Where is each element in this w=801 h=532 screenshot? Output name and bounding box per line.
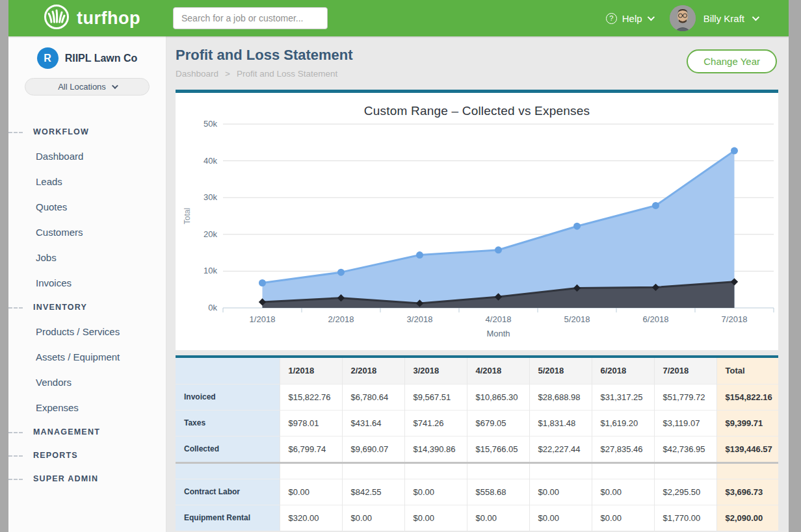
cell-value: $15,766.05: [467, 436, 529, 462]
help-menu[interactable]: ? Help: [606, 13, 653, 24]
cell-value: $22,227.44: [529, 436, 592, 462]
cell-value: $741.26: [404, 410, 467, 436]
cell-value: $9,567.51: [404, 384, 467, 410]
y-tick-label: 50k: [204, 120, 217, 129]
sidebar-item-leads[interactable]: Leads: [8, 169, 166, 194]
y-tick-label: 40k: [204, 156, 217, 166]
cell-value: $6,780.64: [342, 384, 404, 410]
cell-value: $15,822.76: [280, 384, 342, 410]
spacer-cell: [529, 464, 592, 479]
y-tick-label: 20k: [204, 229, 217, 239]
sidebar-nav: WORKFLOWDashboardLeadsQuotesCustomersJob…: [8, 120, 166, 490]
cell-value: $0.00: [404, 479, 467, 505]
spacer-cell: [280, 464, 342, 479]
table-row-contract-labor: Contract Labor$0.00$842.55$0.00$558.68$0…: [176, 479, 778, 505]
help-label: Help: [622, 13, 642, 24]
collected-data-point-marker[interactable]: [416, 251, 423, 259]
row-total: $154,822.16: [716, 384, 778, 410]
table-row-taxes: Taxes$978.01$431.64$741.26$679.05$1,831.…: [176, 410, 778, 436]
cell-value: $0.00: [404, 505, 467, 531]
y-tick-label: 10k: [204, 266, 217, 275]
collected-area: [263, 151, 735, 308]
row-total: $9,399.71: [716, 410, 778, 436]
spacer-cell: [592, 464, 654, 479]
cell-value: $0.00: [342, 505, 404, 531]
company-header[interactable]: R RIIPL Lawn Co: [8, 36, 166, 69]
location-selector[interactable]: All Locations: [25, 78, 150, 95]
collected-data-point-marker[interactable]: [573, 223, 581, 230]
cell-value: $1,831.48: [529, 410, 592, 436]
sidebar-section-management[interactable]: MANAGEMENT: [8, 420, 166, 444]
top-bar: turfhop ? Help: [8, 0, 789, 36]
row-label: Contract Labor: [176, 479, 280, 505]
cell-value: $9,690.07: [342, 436, 404, 462]
collected-data-point-marker[interactable]: [731, 147, 738, 155]
column-header-2-2018: 2/2018: [342, 358, 404, 384]
sidebar-item-invoices[interactable]: Invoices: [8, 270, 166, 296]
table-row-equipment-rental: Equipment Rental$320.00$0.00$0.00$0.00$0…: [176, 505, 778, 531]
chevron-down-icon: [112, 82, 118, 89]
sidebar-section-workflow[interactable]: WORKFLOW: [8, 120, 166, 144]
chart-title: Custom Range – Collected vs Expenses: [176, 93, 778, 118]
spacer-cell: [467, 464, 529, 479]
cell-value: $28,688.98: [529, 384, 592, 410]
sidebar-item-assets-equipment[interactable]: Assets / Equipment: [8, 344, 166, 370]
cell-value: $27,835.46: [592, 436, 654, 462]
left-scrollbar[interactable]: [0, 0, 8, 532]
sidebar-item-vendors[interactable]: Vendors: [8, 370, 166, 395]
sidebar-section-reports[interactable]: REPORTS: [8, 444, 166, 467]
collected-data-point-marker[interactable]: [495, 246, 502, 253]
section-dash-icon: [8, 479, 23, 480]
row-total: $3,696.73: [716, 479, 778, 505]
sidebar-section-super-admin[interactable]: SUPER ADMIN: [8, 467, 166, 490]
cell-value: $3,119.07: [654, 410, 716, 436]
turfhop-grass-icon: [42, 3, 71, 34]
row-label: Invoiced: [176, 384, 280, 410]
sidebar-section-inventory[interactable]: INVENTORY: [8, 296, 166, 319]
spacer-cell: [716, 464, 778, 479]
cell-value: $842.55: [342, 479, 404, 505]
table-row-collected: Collected$6,799.74$9,690.07$14,390.86$15…: [176, 436, 778, 462]
help-icon: ?: [606, 13, 617, 24]
collected-data-point-marker[interactable]: [652, 202, 659, 209]
x-tick-label: 4/2018: [486, 314, 512, 324]
breadcrumb-dashboard[interactable]: Dashboard: [176, 69, 218, 79]
row-label: Equipment Rental: [176, 505, 280, 531]
right-scrollbar[interactable]: [789, 0, 801, 532]
x-tick-label: 1/2018: [250, 314, 276, 324]
cell-value: $0.00: [592, 505, 654, 531]
x-tick-label: 2/2018: [328, 314, 354, 324]
sidebar-item-customers[interactable]: Customers: [8, 220, 166, 245]
cell-value: $431.64: [342, 410, 404, 436]
collected-data-point-marker[interactable]: [259, 279, 266, 286]
cell-value: $558.68: [467, 479, 529, 505]
spacer-cell: [176, 464, 280, 479]
column-header-3-2018: 3/2018: [404, 358, 467, 384]
cell-value: $0.00: [280, 479, 342, 505]
collected-data-point-marker[interactable]: [337, 269, 345, 276]
sidebar-item-dashboard[interactable]: Dashboard: [8, 144, 166, 169]
column-header-6-2018: 6/2018: [592, 358, 654, 384]
change-year-button[interactable]: Change Year: [687, 49, 777, 73]
column-header-1-2018: 1/2018: [280, 358, 342, 384]
column-header-blank: [176, 358, 280, 384]
sidebar-item-expenses[interactable]: Expenses: [8, 395, 166, 420]
y-tick-label: 30k: [204, 192, 217, 202]
column-header-7-2018: 7/2018: [654, 358, 716, 384]
app-logo[interactable]: turfhop: [42, 3, 140, 34]
brand-name: turfhop: [77, 8, 140, 29]
sidebar-item-quotes[interactable]: Quotes: [8, 194, 166, 220]
cell-value: $320.00: [280, 505, 342, 531]
search-input[interactable]: [173, 7, 328, 29]
sidebar-item-jobs[interactable]: Jobs: [8, 245, 166, 270]
row-total: $139,446.57: [716, 436, 778, 462]
section-dash-icon: [8, 432, 23, 433]
cell-value: $10,865.30: [467, 384, 529, 410]
pl-table-card: 1/20182/20183/20184/20185/20186/20187/20…: [176, 355, 778, 531]
sidebar-item-products-services[interactable]: Products / Services: [8, 319, 166, 344]
cell-value: $0.00: [529, 505, 592, 531]
breadcrumb-current: Profit and Loss Statement: [237, 69, 337, 79]
breadcrumb: Dashboard > Profit and Loss Statement: [176, 69, 778, 79]
section-dash-icon: [8, 307, 23, 309]
user-menu[interactable]: Billy Kraft: [670, 5, 757, 31]
